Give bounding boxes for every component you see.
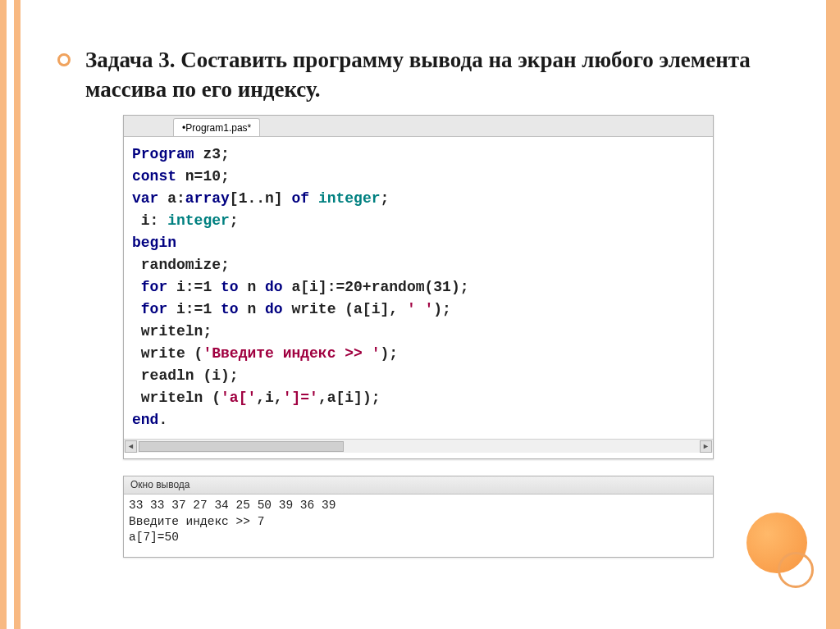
code-area[interactable]: Program z3; const n=10; var a:array[1..n… bbox=[124, 137, 713, 439]
code-line: const n=10; bbox=[132, 166, 705, 188]
scroll-track[interactable] bbox=[137, 441, 700, 452]
code-line: var a:array[1..n] of integer; bbox=[132, 188, 705, 210]
code-line: write ('Введите индекс >> '); bbox=[132, 343, 705, 365]
code-line: for i:=1 to n do a[i]:=20+random(31); bbox=[132, 276, 705, 299]
code-line: Program z3; bbox=[132, 144, 705, 166]
tab-program1[interactable]: •Program1.pas* bbox=[173, 118, 260, 136]
bullet-icon bbox=[57, 53, 71, 66]
decor-stripe bbox=[826, 0, 840, 629]
tab-bar: •Program1.pas* bbox=[124, 116, 713, 137]
scroll-left-icon[interactable]: ◄ bbox=[125, 440, 137, 453]
code-editor-window: •Program1.pas* Program z3; const n=10; v… bbox=[123, 115, 714, 459]
output-body: 33 33 37 27 34 25 50 39 36 39 Введите ин… bbox=[124, 495, 713, 549]
code-line: writeln; bbox=[132, 321, 705, 343]
decor-stripe bbox=[0, 0, 7, 629]
decor-circles bbox=[725, 506, 807, 588]
code-line: i: integer; bbox=[132, 210, 705, 232]
code-line: readln (i); bbox=[132, 365, 705, 387]
output-window: Окно вывода 33 33 37 27 34 25 50 39 36 3… bbox=[123, 476, 714, 558]
output-line: a[7]=50 bbox=[129, 530, 708, 546]
slide-title: Задача 3. Составить программу вывода на … bbox=[85, 45, 807, 105]
decor-stripe bbox=[14, 0, 21, 629]
output-panel-title: Окно вывода bbox=[124, 476, 713, 495]
output-line: 33 33 37 27 34 25 50 39 36 39 bbox=[129, 498, 708, 514]
scroll-thumb[interactable] bbox=[139, 441, 344, 452]
slide-title-block: Задача 3. Составить программу вывода на … bbox=[57, 45, 807, 105]
code-line: writeln ('a[',i,']=',a[i]); bbox=[132, 387, 705, 409]
code-line: randomize; bbox=[132, 254, 705, 276]
output-line: Введите индекс >> 7 bbox=[129, 514, 708, 531]
code-line: for i:=1 to n do write (a[i], ' '); bbox=[132, 299, 705, 321]
scroll-right-icon[interactable]: ► bbox=[700, 440, 712, 453]
code-line: begin bbox=[132, 232, 705, 254]
horizontal-scrollbar[interactable]: ◄ ► bbox=[124, 439, 713, 453]
code-line: end. bbox=[132, 409, 705, 431]
